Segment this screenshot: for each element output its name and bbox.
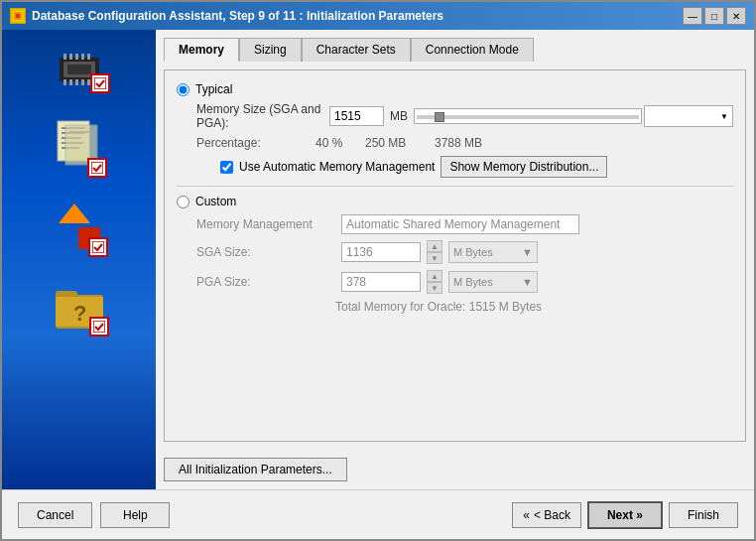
memory-management-input: [341, 214, 579, 234]
sga-unit-arrow: ▼: [522, 246, 533, 258]
svg-rect-24: [69, 131, 93, 133]
sidebar-item-4: ?: [54, 283, 105, 333]
svg-rect-2: [16, 14, 20, 18]
sga-label: SGA Size:: [196, 245, 335, 259]
next-label: Next: [607, 508, 633, 522]
custom-radio-row: Custom: [177, 195, 733, 208]
content-area: Memory Sizing Character Sets Connection …: [156, 30, 754, 489]
title-bar: Database Configuration Assistant, Step 9…: [2, 2, 754, 30]
svg-rect-6: [63, 54, 66, 60]
window-title: Database Configuration Assistant, Step 9…: [32, 9, 443, 23]
amm-checkbox[interactable]: [220, 161, 233, 174]
memory-management-row: Memory Management: [196, 214, 733, 234]
all-init-params-button[interactable]: All Initialization Parameters...: [164, 458, 347, 481]
svg-rect-11: [63, 79, 66, 85]
maximize-button[interactable]: □: [704, 7, 724, 25]
back-button[interactable]: « < Back: [512, 502, 581, 528]
total-memory-label: Total Memory for Oracle:: [335, 300, 465, 314]
memory-size-row: Memory Size (SGA and PGA): MB ▼: [196, 102, 733, 130]
amm-checkbox-row: Use Automatic Memory Management Show Mem…: [220, 156, 733, 178]
sga-row: SGA Size: ▲ ▼ M Bytes ▼: [196, 240, 733, 264]
memory-size-input[interactable]: [329, 106, 384, 126]
footer: Cancel Help « < Back Next » Finish: [2, 489, 754, 539]
pga-label: PGA Size:: [196, 275, 335, 289]
percentage-label: Percentage:: [196, 136, 306, 150]
shapes-icon: [55, 203, 104, 253]
percentage-row: Percentage: 40 % 250 MB 3788 MB: [196, 136, 733, 150]
memory-dropdown[interactable]: ▼: [644, 105, 733, 127]
svg-rect-25: [91, 162, 103, 174]
typical-radio-row: Typical: [177, 82, 733, 96]
minimize-button[interactable]: —: [683, 7, 702, 25]
finish-button[interactable]: Finish: [669, 502, 738, 528]
typical-label: Typical: [195, 82, 232, 96]
custom-label: Custom: [195, 195, 236, 208]
svg-rect-8: [75, 54, 78, 60]
memory-unit-label: MB: [390, 109, 408, 123]
tab-character-sets[interactable]: Character Sets: [302, 38, 411, 62]
custom-radio[interactable]: [177, 196, 189, 208]
folder-icon: ?: [54, 283, 105, 333]
percentage-value: 40 %: [315, 136, 355, 150]
svg-rect-33: [93, 321, 105, 333]
max-value: 3788 MB: [435, 136, 482, 150]
total-memory-row: Total Memory for Oracle: 1515 M Bytes: [335, 300, 733, 314]
tab-content-memory: Typical Memory Size (SGA and PGA): MB: [164, 69, 746, 442]
next-button[interactable]: Next »: [587, 501, 663, 529]
pga-unit-dropdown: M Bytes ▼: [448, 271, 538, 293]
min-value: 250 MB: [365, 136, 425, 150]
footer-left: Cancel Help: [18, 502, 170, 528]
pga-input: [341, 272, 421, 292]
chip-icon: [52, 50, 106, 89]
svg-rect-9: [81, 54, 84, 60]
memory-slider[interactable]: [414, 108, 642, 124]
close-button[interactable]: ✕: [726, 7, 746, 25]
window-controls: — □ ✕: [683, 7, 746, 25]
sga-stepper: ▲ ▼: [427, 240, 442, 264]
total-memory-value: 1515 M Bytes: [469, 300, 542, 314]
footer-right: « < Back Next » Finish: [512, 501, 738, 529]
svg-rect-10: [87, 54, 90, 60]
document-icon: [56, 119, 103, 174]
sidebar-item-2: [56, 119, 103, 174]
sga-unit-label: M Bytes: [453, 246, 493, 258]
help-button[interactable]: Help: [100, 502, 170, 528]
pga-unit-arrow: ▼: [522, 276, 533, 288]
svg-rect-28: [92, 241, 104, 253]
typical-radio[interactable]: [177, 83, 189, 96]
tab-sizing[interactable]: Sizing: [239, 38, 302, 62]
sga-unit-dropdown: M Bytes ▼: [448, 241, 538, 263]
window-body: ? Memory Sizing Character Sets Co: [2, 30, 754, 489]
svg-rect-12: [69, 79, 72, 85]
pga-up-button: ▲: [427, 270, 442, 282]
back-label: < Back: [534, 508, 570, 522]
tab-connection-mode[interactable]: Connection Mode: [411, 38, 534, 62]
pga-stepper: ▲ ▼: [427, 270, 442, 294]
memory-size-label: Memory Size (SGA and PGA):: [196, 102, 323, 130]
init-params-section: All Initialization Parameters...: [164, 450, 746, 481]
cancel-button[interactable]: Cancel: [18, 502, 92, 528]
memory-management-label: Memory Management: [196, 217, 335, 231]
main-window: Database Configuration Assistant, Step 9…: [0, 0, 756, 541]
back-arrow: «: [523, 508, 530, 522]
dropdown-arrow: ▼: [720, 112, 728, 121]
svg-text:?: ?: [73, 301, 86, 326]
svg-rect-14: [81, 79, 84, 85]
check-badge-1: [90, 73, 110, 93]
show-distribution-button[interactable]: Show Memory Distribution...: [441, 156, 607, 178]
svg-rect-5: [67, 65, 91, 74]
amm-label: Use Automatic Memory Management: [239, 160, 435, 174]
tabs-row: Memory Sizing Character Sets Connection …: [164, 38, 746, 62]
check-badge-4: [89, 317, 109, 337]
next-arrow: »: [636, 508, 643, 522]
window-icon: [10, 8, 26, 24]
pga-row: PGA Size: ▲ ▼ M Bytes ▼: [196, 270, 733, 294]
sidebar-item-3: [55, 203, 104, 253]
sga-up-button: ▲: [427, 240, 442, 252]
memory-slider-container: ▼: [414, 105, 733, 127]
separator-1: [177, 186, 733, 187]
tab-memory[interactable]: Memory: [164, 38, 239, 62]
svg-rect-7: [69, 54, 72, 60]
svg-marker-26: [59, 203, 90, 223]
pga-down-button: ▼: [427, 282, 442, 294]
